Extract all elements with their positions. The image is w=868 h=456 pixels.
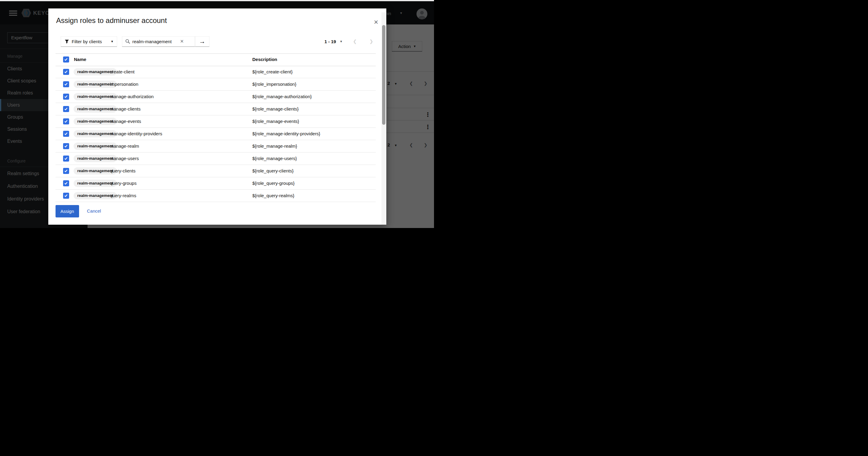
search-clear-icon[interactable]: ✕	[180, 39, 184, 44]
table-row: realm-managementquery-realms${role_query…	[56, 190, 376, 202]
row-checkbox[interactable]	[63, 106, 69, 112]
row-checkbox[interactable]	[63, 180, 69, 186]
row-checkbox[interactable]	[63, 94, 69, 99]
role-name: create-client	[110, 69, 134, 74]
row-checkbox[interactable]	[63, 69, 69, 75]
role-name: impersonation	[110, 82, 138, 87]
pagination-prev-icon[interactable]: ❮	[353, 39, 357, 44]
filter-funnel-icon	[65, 39, 69, 44]
search-submit-button[interactable]: →	[195, 36, 210, 47]
row-checkbox[interactable]	[63, 118, 69, 124]
row-checkbox[interactable]	[63, 143, 69, 149]
modal-scrollbar-thumb[interactable]	[382, 25, 385, 125]
close-icon[interactable]: ✕	[374, 19, 378, 25]
role-name: query-clients	[110, 168, 135, 173]
assign-roles-modal: Assign roles to adminuser account ✕ Filt…	[48, 8, 386, 225]
table-row: realm-managementcreate-client${role_crea…	[56, 66, 376, 78]
role-name: manage-identity-providers	[110, 131, 162, 136]
filter-caret-icon: ▾	[111, 39, 113, 44]
browser-edge-strip	[0, 0, 434, 1]
row-checkbox[interactable]	[63, 131, 69, 137]
role-description: ${role_create-client}	[252, 69, 292, 74]
pagination-next-icon[interactable]: ❯	[369, 39, 373, 44]
table-row: realm-managementmanage-identity-provider…	[56, 128, 376, 140]
table-row: realm-managementmanage-realm${role_manag…	[56, 140, 376, 152]
role-description: ${role_manage-users}	[252, 156, 297, 161]
role-description: ${role_manage-realm}	[252, 143, 297, 149]
role-description: ${role_manage-authorization}	[252, 94, 312, 99]
pagination-range: 1 - 19	[324, 39, 336, 44]
table-row: realm-managementimpersonation${role_impe…	[56, 78, 376, 91]
role-name: manage-authorization	[110, 94, 154, 99]
row-checkbox[interactable]	[63, 155, 69, 162]
role-description: ${role_query-groups}	[252, 180, 294, 186]
table-row: realm-managementmanage-events${role_mana…	[56, 115, 376, 128]
filter-label: Filter by clients	[72, 39, 108, 44]
table-row: realm-managementquery-groups${role_query…	[56, 177, 376, 190]
role-name: manage-events	[110, 119, 141, 124]
role-description: ${role_impersonation}	[252, 82, 297, 87]
row-checkbox[interactable]	[63, 193, 69, 199]
row-checkbox[interactable]	[63, 81, 69, 87]
pagination-caret-icon[interactable]: ▾	[340, 39, 342, 44]
role-name: query-realms	[110, 193, 136, 198]
arrow-right-icon: →	[199, 38, 206, 45]
table-row: realm-managementmanage-authorization${ro…	[56, 91, 376, 103]
role-description: ${role_manage-events}	[252, 119, 299, 124]
column-header-name: Name	[74, 57, 86, 62]
search-icon	[125, 39, 130, 44]
modal-pagination: 1 - 19 ▾ ❮ ❯	[324, 36, 373, 47]
role-name: manage-users	[110, 156, 139, 161]
role-description: ${role_manage-identity-providers}	[252, 131, 320, 136]
column-header-description: Description	[252, 57, 277, 62]
role-name: manage-realm	[110, 143, 139, 149]
search-box: ✕	[122, 36, 195, 47]
table-body: realm-managementcreate-client${role_crea…	[56, 66, 376, 202]
search-input[interactable]	[132, 39, 178, 44]
modal-title: Assign roles to adminuser account	[56, 16, 167, 25]
select-all-checkbox[interactable]	[63, 56, 69, 62]
role-name: query-groups	[110, 180, 136, 186]
role-description: ${role_query-clients}	[252, 168, 294, 173]
table-header-row: Name Description	[56, 54, 376, 66]
filter-by-clients-dropdown[interactable]: Filter by clients ▾	[61, 36, 117, 47]
cancel-button[interactable]: Cancel	[87, 208, 101, 213]
row-checkbox[interactable]	[63, 168, 69, 174]
role-name: manage-clients	[110, 106, 141, 111]
table-row: realm-managementmanage-clients${role_man…	[56, 103, 376, 115]
table-row: realm-managementmanage-users${role_manag…	[56, 152, 376, 165]
table-row: realm-managementquery-clients${role_quer…	[56, 165, 376, 177]
modal-scrollbar-track[interactable]	[381, 12, 386, 225]
role-description: ${role_query-realms}	[252, 193, 294, 198]
assign-button[interactable]: Assign	[56, 205, 79, 218]
role-description: ${role_manage-clients}	[252, 106, 299, 111]
